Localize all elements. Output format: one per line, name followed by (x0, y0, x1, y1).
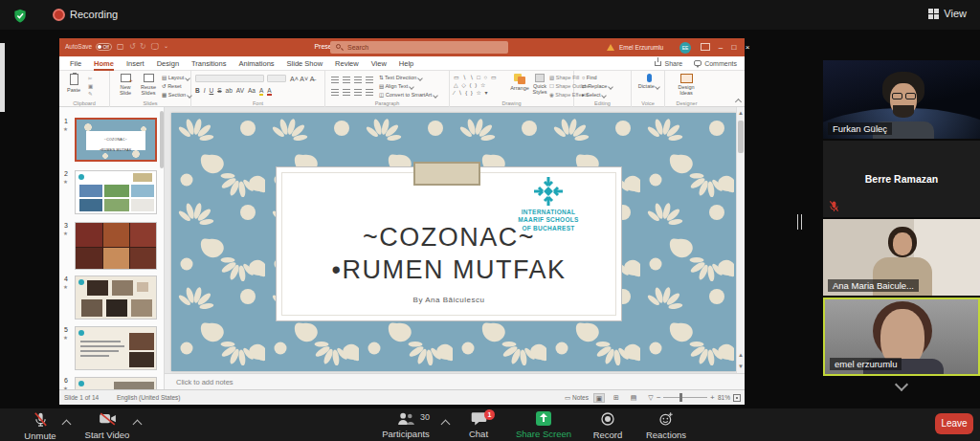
panel-scrollbar[interactable] (160, 111, 164, 168)
slide-5-thumbnail[interactable] (75, 326, 157, 370)
tab-slideshow[interactable]: Slide Show (287, 56, 323, 71)
quick-styles-button[interactable]: Quick Styles (530, 74, 549, 95)
next-slide-icon[interactable]: ▼ (738, 364, 744, 369)
start-video-button[interactable]: Start Video (80, 411, 134, 440)
share-screen-button[interactable]: Share Screen (512, 411, 575, 439)
design-ideas-button[interactable]: Design Ideas (671, 74, 702, 96)
convert-smartart-button[interactable]: ◫ Convert to SmartArt (379, 92, 437, 98)
character-spacing-button[interactable]: AV (236, 87, 244, 94)
indent-icon[interactable] (354, 77, 362, 83)
zoom-percentage[interactable]: 81% (718, 394, 730, 401)
slide-1-thumbnail[interactable]: ~COZONAC~•RUMEN MUTFAK (75, 118, 157, 162)
thumbnail-item-5[interactable]: 5★ (59, 326, 165, 374)
select-button[interactable]: ▸ Select (582, 92, 606, 98)
save-icon[interactable]: ▢ (117, 42, 124, 51)
search-input[interactable]: Search (330, 41, 508, 54)
shapes-gallery[interactable]: ▭ ∖ ∖ □ ○ ▭△ ◇ ( ) ☆∕ ∖ { } ☆ ▾ (454, 74, 515, 97)
cut-icon[interactable]: ✂ (88, 76, 93, 81)
tab-home[interactable]: Home (94, 56, 114, 71)
grow-shrink-font-buttons[interactable]: A˄ A˅ A̶ (290, 76, 314, 82)
zoom-slider-thumb[interactable] (679, 393, 682, 402)
zoom-slider[interactable] (663, 397, 707, 398)
paste-button[interactable]: Paste (67, 74, 80, 93)
tab-review[interactable]: Review (335, 56, 359, 71)
start-slideshow-icon[interactable]: 🖵 (151, 42, 159, 52)
strikethrough-button[interactable]: S (217, 87, 221, 94)
participant-tile-berre[interactable]: Berre Ramazan (823, 141, 980, 217)
sidebar-drag-handle[interactable] (797, 214, 802, 230)
share-button[interactable]: Share (655, 60, 682, 67)
tab-transitions[interactable]: Transitions (191, 56, 226, 71)
find-button[interactable]: ○ Find (582, 75, 597, 80)
text-shadow-button[interactable]: ab (226, 87, 233, 94)
new-slide-button[interactable]: New Slide (114, 74, 137, 96)
current-slide[interactable]: INTERNATIONAL MAARIF SCHOOLS OF BUCHARES… (171, 113, 736, 371)
reuse-slides-button[interactable]: Reuse Slides (137, 74, 160, 96)
slide-4-thumbnail[interactable] (75, 276, 157, 320)
thumbnail-item-1[interactable]: 1★ ~COZONAC~•RUMEN MUTFAK (59, 118, 165, 165)
thumbnail-item-4[interactable]: 4★ (59, 276, 165, 323)
record-button[interactable]: Record (584, 411, 632, 440)
align-left-icon[interactable] (331, 89, 339, 96)
reset-button[interactable]: ↺ Reset (162, 83, 182, 89)
zoom-in-button[interactable]: + (710, 393, 715, 402)
font-color-button[interactable]: A (267, 87, 271, 96)
participant-tile-furkan[interactable]: Furkan Güleç (823, 60, 980, 139)
slide-sorter-view-button[interactable]: ⊞ (611, 393, 622, 403)
font-name-box[interactable] (195, 75, 264, 82)
scroll-up-icon[interactable]: ▲ (738, 110, 744, 116)
tab-animations[interactable]: Animations (238, 56, 274, 71)
restore-button[interactable]: □ (727, 38, 741, 56)
minimize-button[interactable]: – (714, 38, 727, 56)
zoom-out-button[interactable]: − (657, 393, 661, 402)
underline-button[interactable]: U (210, 87, 214, 94)
normal-view-button[interactable]: ▣ (593, 393, 605, 403)
comments-button[interactable]: Comments (694, 60, 737, 67)
highlight-color-button[interactable]: A (259, 87, 263, 96)
justify-icon[interactable] (366, 89, 373, 96)
ribbon-display-options-icon[interactable] (701, 43, 710, 51)
section-button[interactable]: ▦ Section (162, 92, 191, 98)
undo-icon[interactable]: ↺ (129, 42, 136, 51)
leave-button[interactable]: Leave (935, 413, 973, 434)
arrange-button[interactable]: Arrange (509, 74, 530, 91)
fit-to-window-icon[interactable] (733, 394, 741, 402)
reading-view-button[interactable]: ▤ (628, 393, 639, 403)
previous-slide-icon[interactable]: ▲ (738, 352, 744, 358)
account-name[interactable]: Emel Erzurumlu (619, 44, 663, 51)
chat-button[interactable]: 1 Chat (457, 411, 500, 439)
tab-view[interactable]: View (371, 56, 387, 71)
thumbnail-item-3[interactable]: 3★ (59, 222, 165, 272)
thumbnail-item-6[interactable]: 6★ (59, 377, 165, 389)
dictate-button[interactable]: Dictate (636, 74, 661, 89)
close-button[interactable]: × (741, 38, 754, 56)
title-card[interactable]: INTERNATIONAL MAARIF SCHOOLS OF BUCHARES… (277, 167, 621, 320)
warning-icon[interactable] (607, 44, 614, 51)
layout-button[interactable]: ▤ Layout (162, 75, 189, 80)
align-text-button[interactable]: ▤ Align Text (379, 83, 413, 89)
slideshow-view-button[interactable]: ▽ (645, 393, 657, 403)
participants-button[interactable]: 30 Participants (376, 411, 435, 439)
participants-options-chevron[interactable] (441, 420, 451, 430)
language-indicator[interactable]: English (United States) (117, 394, 180, 401)
format-painter-icon[interactable]: ✎ (88, 91, 93, 97)
bullets-icon[interactable] (331, 77, 339, 83)
tab-insert[interactable]: Insert (126, 56, 145, 71)
tab-file[interactable]: File (70, 56, 81, 71)
copy-icon[interactable]: ▣ (88, 83, 93, 89)
italic-button[interactable]: I (204, 87, 206, 94)
canvas-scrollbar[interactable]: ▲ ▲ ▼ (736, 107, 745, 373)
qat-dropdown-icon[interactable]: ⌄ (164, 42, 168, 49)
align-right-icon[interactable] (354, 89, 362, 96)
slide-2-thumbnail[interactable] (75, 170, 157, 214)
change-case-button[interactable]: Aa (248, 87, 256, 94)
replace-button[interactable]: ⇄ Replace (582, 83, 612, 89)
bold-button[interactable]: B (195, 87, 200, 94)
notes-area[interactable]: Click to add notes (165, 373, 745, 389)
notes-toggle-button[interactable]: ▭ Notes (565, 394, 589, 402)
unmute-button[interactable]: Unmute (15, 411, 65, 441)
account-avatar[interactable]: EE (679, 42, 691, 54)
thumbnail-item-2[interactable]: 2★ (59, 170, 165, 218)
collapse-sidebar-button[interactable] (823, 380, 980, 389)
numbering-icon[interactable] (343, 77, 350, 83)
